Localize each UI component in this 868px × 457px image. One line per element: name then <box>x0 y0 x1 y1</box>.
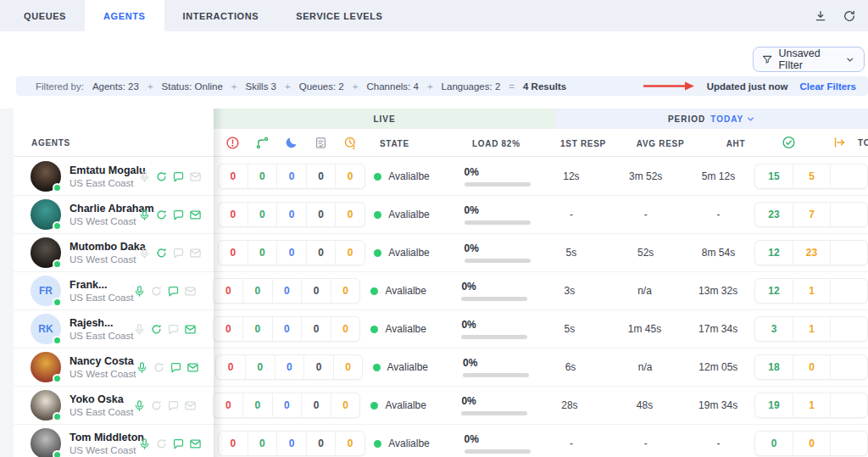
chat-channel-icon[interactable] <box>172 437 185 450</box>
table-row[interactable]: Charlie Abraham US West Coast 0 0 0 0 0 … <box>14 196 868 234</box>
handoff-count[interactable]: 23 <box>793 241 830 265</box>
load-column-header[interactable]: LOAD 82% <box>472 139 520 148</box>
total-count-cut[interactable] <box>830 393 867 417</box>
counter-away[interactable]: 0 <box>276 203 306 226</box>
counter-notes[interactable]: 0 <box>306 241 336 265</box>
counter-alerts[interactable]: 0 <box>219 203 248 226</box>
email-channel-icon[interactable] <box>184 323 197 336</box>
counter-notes[interactable]: 0 <box>301 317 331 341</box>
idle-clock-icon[interactable]: z <box>343 136 358 150</box>
email-channel-icon[interactable] <box>189 247 202 259</box>
voice-channel-icon[interactable] <box>138 247 151 259</box>
chat-channel-icon[interactable] <box>167 399 180 412</box>
chat-channel-icon[interactable] <box>170 361 182 374</box>
chat-channel-icon[interactable] <box>172 170 185 183</box>
resolved-count[interactable]: 23 <box>755 203 793 226</box>
handoff-count[interactable]: 1 <box>793 279 830 303</box>
callback-channel-icon[interactable] <box>150 323 163 336</box>
counter-idle[interactable]: 0 <box>331 279 360 303</box>
total-count-cut[interactable] <box>830 164 867 188</box>
total-count-cut[interactable] <box>830 279 867 303</box>
total-count-cut[interactable] <box>830 241 867 265</box>
total-count-cut[interactable] <box>830 317 867 341</box>
voice-channel-icon[interactable] <box>133 399 146 412</box>
callback-channel-icon[interactable] <box>155 170 168 183</box>
email-channel-icon[interactable] <box>189 209 202 221</box>
counter-transfers[interactable]: 0 <box>248 203 277 226</box>
counter-transfers[interactable]: 0 <box>248 241 277 265</box>
counter-idle[interactable]: 0 <box>333 355 363 379</box>
resolved-count[interactable]: 15 <box>755 164 793 188</box>
counter-away[interactable]: 0 <box>276 432 306 455</box>
counter-idle[interactable]: 0 <box>335 432 364 455</box>
counter-idle[interactable]: 0 <box>335 241 364 265</box>
table-row[interactable]: RK Rajesh... US East Coast 0 0 0 0 0 <box>14 310 868 348</box>
counter-away[interactable]: 0 <box>272 317 302 341</box>
counter-away[interactable]: 0 <box>272 279 302 303</box>
counter-notes[interactable]: 0 <box>306 164 336 188</box>
counter-alerts[interactable]: 0 <box>214 393 242 417</box>
email-channel-icon[interactable] <box>189 437 202 450</box>
counter-transfers[interactable]: 0 <box>248 432 277 455</box>
transfer-icon[interactable] <box>255 136 270 150</box>
chat-channel-icon[interactable] <box>172 247 185 259</box>
tab-agents[interactable]: AGENTS <box>85 0 164 31</box>
handoff-count[interactable]: 1 <box>793 317 830 341</box>
avg-resp-column-header[interactable]: AVG RESP <box>637 139 685 148</box>
resolved-check-icon[interactable] <box>782 136 796 150</box>
total-count-cut[interactable] <box>830 203 867 226</box>
table-row[interactable]: Nancy Costa US West Coast 0 0 0 0 0 Aval… <box>14 348 868 387</box>
filter-chip[interactable]: Queues: 2 <box>299 81 344 92</box>
handoff-count[interactable]: 0 <box>793 432 830 455</box>
table-row[interactable]: Mutombo Daka US West Coast 0 0 0 0 0 Ava… <box>14 234 868 272</box>
filter-chip[interactable]: Status: Online <box>162 81 223 92</box>
table-row[interactable]: Tom Middleton US West Coast 0 0 0 0 0 Av… <box>14 425 868 457</box>
handoff-count[interactable]: 1 <box>793 393 830 417</box>
total-count-cut[interactable] <box>830 355 867 379</box>
voice-channel-icon[interactable] <box>133 323 146 336</box>
callback-channel-icon[interactable] <box>155 247 168 259</box>
email-channel-icon[interactable] <box>186 361 199 374</box>
counter-away[interactable]: 0 <box>272 393 302 417</box>
counter-idle[interactable]: 0 <box>331 393 360 417</box>
clear-filters-link[interactable]: Clear Filters <box>800 81 856 92</box>
voice-channel-icon[interactable] <box>136 361 148 374</box>
counter-notes[interactable]: 0 <box>301 279 331 303</box>
counter-idle[interactable]: 0 <box>335 164 364 188</box>
counter-transfers[interactable]: 0 <box>242 279 272 303</box>
counter-idle[interactable]: 0 <box>331 317 360 341</box>
counter-transfers[interactable]: 0 <box>248 164 277 188</box>
counter-alerts[interactable]: 0 <box>214 279 242 303</box>
unsaved-filter-button[interactable]: Unsaved FIlter <box>753 47 865 72</box>
email-channel-icon[interactable] <box>189 170 202 183</box>
handoff-arrow-icon[interactable] <box>832 136 847 150</box>
callback-channel-icon[interactable] <box>155 437 168 450</box>
resolved-count[interactable]: 19 <box>755 393 793 417</box>
counter-alerts[interactable]: 0 <box>216 355 245 379</box>
counter-notes[interactable]: 0 <box>303 355 333 379</box>
resolved-count[interactable]: 12 <box>755 279 793 303</box>
chat-channel-icon[interactable] <box>172 209 185 221</box>
email-channel-icon[interactable] <box>184 399 197 412</box>
callback-channel-icon[interactable] <box>150 285 163 298</box>
away-moon-icon[interactable] <box>284 136 298 150</box>
refresh-icon[interactable] <box>843 9 856 23</box>
total-column-header[interactable]: TO <box>858 138 868 148</box>
voice-channel-icon[interactable] <box>138 209 151 221</box>
chat-channel-icon[interactable] <box>167 285 180 298</box>
handoff-count[interactable]: 5 <box>793 164 830 188</box>
filter-chip[interactable]: Skills 3 <box>246 81 276 92</box>
counter-alerts[interactable]: 0 <box>214 317 242 341</box>
callback-channel-icon[interactable] <box>153 361 165 374</box>
table-row[interactable]: Emtatu Mogalu US East Coast 0 0 0 0 0 Av… <box>14 158 868 196</box>
resolved-count[interactable]: 18 <box>755 355 793 379</box>
counter-notes[interactable]: 0 <box>301 393 331 417</box>
filter-chip[interactable]: Languages: 2 <box>442 81 501 92</box>
table-row[interactable]: Yoko Oska US East Coast 0 0 0 0 0 Avalia… <box>14 387 868 425</box>
counter-transfers[interactable]: 0 <box>245 355 275 379</box>
counter-away[interactable]: 0 <box>276 241 306 265</box>
notes-icon[interactable] <box>314 136 328 150</box>
voice-channel-icon[interactable] <box>138 437 151 450</box>
alert-icon[interactable] <box>225 136 240 150</box>
counter-idle[interactable]: 0 <box>335 203 364 226</box>
